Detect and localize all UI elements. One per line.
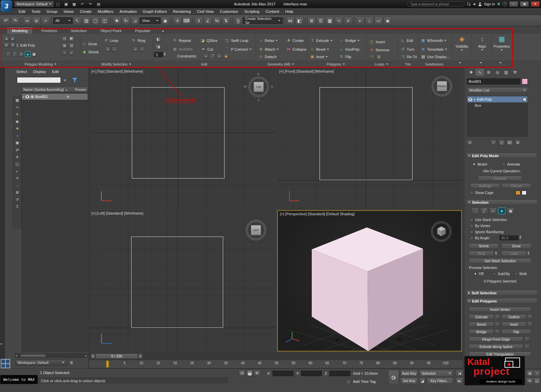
ribbon-bevel-button[interactable]: ◇Bevel: [310, 47, 329, 52]
bridge-settings-icon[interactable]: [495, 329, 500, 334]
select-link-icon[interactable]: ∞: [23, 17, 31, 25]
by-vertex-checkbox[interactable]: By Vertex: [470, 224, 490, 228]
menu-edit[interactable]: Edit: [16, 8, 28, 15]
rollout-edit-poly-mode[interactable]: Edit Poly Mode: [466, 153, 537, 158]
angle-snap-icon[interactable]: ∠: [204, 17, 212, 25]
align-icon[interactable]: ◧: [295, 17, 304, 25]
sign-in-link[interactable]: Sign In: [484, 2, 495, 6]
show-end-result-icon[interactable]: ‖: [491, 140, 496, 145]
edit-tool-2-icon[interactable]: ◨: [155, 44, 162, 49]
ribbon-tessellate-button[interactable]: ⊞Tessellate: [421, 47, 447, 52]
pm-tool-1-icon[interactable]: ◳: [62, 36, 67, 41]
viewcube-face-label[interactable]: TOP: [254, 82, 264, 92]
filter-lights-icon[interactable]: ☀: [14, 111, 21, 118]
curve-editor-icon[interactable]: ∿: [335, 17, 343, 25]
named-selection-dropdown[interactable]: Create Selection Se: [243, 17, 283, 24]
use-stack-selection-checkbox[interactable]: Use Stack Selection: [470, 218, 507, 222]
x-coordinate-field[interactable]: [273, 371, 293, 376]
next-frame-icon[interactable]: ▸: [138, 353, 143, 359]
tab-hierarchy[interactable]: ⊞: [485, 69, 493, 76]
rollout-soft-selection[interactable]: Soft Selection: [466, 290, 537, 296]
ribbon-inset-button[interactable]: ▣Inset: [310, 54, 328, 59]
section-edit[interactable]: Edit: [201, 62, 207, 66]
selection-filter-dropdown[interactable]: All: [53, 17, 73, 24]
viewport-perspective[interactable]: [+] [Perspective] [Standard] [Default Sh…: [277, 210, 462, 351]
help-search-input[interactable]: [407, 1, 465, 7]
section-polygon-modeling[interactable]: Polygon Modeling: [25, 62, 56, 66]
lock-cell-editing-icon[interactable]: ⊠: [14, 189, 21, 196]
cage-color-swatch[interactable]: [516, 191, 520, 195]
box001-wireframe-front[interactable]: [320, 87, 413, 180]
edit-triangulation-button[interactable]: Edit Triangulation: [469, 351, 531, 357]
explorer-row-box001[interactable]: ▸ Box001 ✳: [22, 94, 88, 100]
render-setup-icon[interactable]: ♨: [365, 17, 374, 25]
menu-scripting[interactable]: Scripting: [241, 8, 262, 15]
pm-tool-3-icon[interactable]: ⊞: [62, 43, 67, 48]
user-avatar-icon[interactable]: [478, 2, 482, 6]
ribbon-tab-selection[interactable]: Selection: [67, 28, 91, 34]
search-icon[interactable]: [467, 2, 471, 6]
menu-views[interactable]: Views: [61, 8, 77, 15]
filter-helpers-icon[interactable]: ✚: [14, 125, 21, 132]
ribbon-tab-object-paint[interactable]: Object Paint: [96, 28, 126, 34]
ribbon-tab-modeling[interactable]: Modeling: [7, 27, 32, 34]
compass-s[interactable]: S: [258, 98, 260, 102]
loop-button[interactable]: Loop: [501, 251, 526, 256]
pm-tool-6-icon[interactable]: ●: [69, 50, 74, 55]
set-keys-button[interactable]: [388, 370, 399, 385]
section-modify-selection[interactable]: Modify Selection: [101, 62, 131, 66]
filter-hidden-icon[interactable]: ◌: [14, 182, 21, 189]
subobject-edge-icon[interactable]: ╱: [480, 207, 488, 214]
outline-settings-icon[interactable]: [527, 314, 532, 319]
clear-search-icon[interactable]: ✕: [62, 77, 68, 83]
show-end-result-icon[interactable]: ‖: [10, 42, 16, 48]
stack-item-edit-poly[interactable]: ▸ Edit Poly: [467, 96, 527, 102]
expand-panel-icon[interactable]: ▸: [1, 342, 2, 345]
autodesk-x-logo-icon[interactable]: ✕: [497, 2, 500, 6]
constraint-normal-icon[interactable]: ◆: [223, 53, 229, 59]
ribbon-msmooth-button[interactable]: ▦MSmooth: [421, 38, 446, 43]
menu-help[interactable]: Help: [282, 8, 296, 15]
scroll-left-icon[interactable]: ◂: [16, 354, 17, 357]
menu-create[interactable]: Create: [77, 8, 95, 15]
ribbon-detach-button[interactable]: ⊖Detach: [258, 54, 277, 59]
layer-explorer-icon[interactable]: ☰: [316, 17, 325, 25]
flip-button[interactable]: Flip: [501, 329, 531, 334]
time-slider[interactable]: ◂ 0 / 100 ▸: [89, 353, 463, 360]
next-frame-icon[interactable]: ▶|: [456, 377, 463, 384]
bridge-button[interactable]: Bridge: [469, 329, 494, 334]
inset-button[interactable]: Inset: [501, 322, 526, 327]
loop-tool-2-icon[interactable]: ◍: [376, 54, 382, 59]
explorer-workspace-selector[interactable]: Workspace: Default: [15, 360, 67, 366]
absolute-offset-toggle-icon[interactable]: ✛: [254, 370, 260, 376]
open-file-icon[interactable]: ▣: [62, 1, 70, 7]
ribbon-turn-button[interactable]: ↺Turn: [400, 47, 414, 52]
radio-model[interactable]: Model: [472, 162, 487, 166]
loop-grow-icon[interactable]: ＋: [105, 47, 111, 52]
ring-button[interactable]: Ring: [469, 251, 494, 256]
ribbon-ring-button[interactable]: ↻Ring: [131, 38, 145, 43]
favorites-star-icon[interactable]: ★: [473, 2, 476, 6]
ring-shrink-icon[interactable]: −: [139, 47, 145, 52]
menu-tools[interactable]: Tools: [28, 8, 44, 15]
ribbon-insert-button[interactable]: ◫Insert: [369, 39, 385, 44]
ribbon-properties-button[interactable]: ▦ Properties: [492, 34, 511, 60]
maximize-viewport-icon[interactable]: ◱: [534, 377, 540, 384]
menu-civil-view[interactable]: Civil View: [194, 8, 217, 15]
filter-containers-icon[interactable]: ◫: [14, 161, 21, 167]
project-folder-icon[interactable]: ▤: [95, 1, 102, 7]
pick-parent-icon[interactable]: ↥: [14, 203, 21, 210]
subobject-polygon-icon[interactable]: ■: [25, 51, 30, 57]
extrude-spline-settings-icon[interactable]: [524, 344, 530, 349]
explorer-list[interactable]: ▸ Box001 ✳: [22, 93, 88, 352]
box001-wireframe-left[interactable]: [131, 237, 223, 328]
ribbon-repeat-button[interactable]: ↻Repeat: [172, 38, 191, 43]
zoom-extents-icon[interactable]: ⊞: [526, 370, 534, 377]
by-angle-field[interactable]: 45,0: [499, 236, 518, 240]
subobject-element-icon[interactable]: ▣: [31, 51, 37, 57]
tab-motion[interactable]: ◎: [493, 69, 501, 76]
by-angle-checkbox[interactable]: By Angle:: [470, 236, 490, 240]
stack-prev-icon[interactable]: ◂: [3, 36, 9, 41]
viewcube-front[interactable]: FRONT: [431, 76, 452, 97]
default-in-out-tangent-icon[interactable]: ◢: [419, 377, 425, 384]
